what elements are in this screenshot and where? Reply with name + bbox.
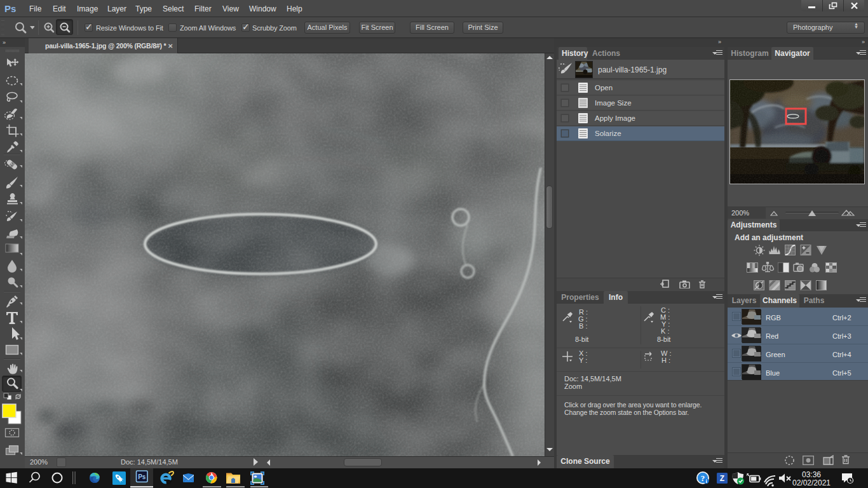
- svg-text:Ps: Ps: [138, 473, 146, 480]
- svg-text:02/02/2021: 02/02/2021: [792, 478, 831, 487]
- svg-text:Z: Z: [720, 474, 724, 483]
- svg-text:03:36: 03:36: [802, 470, 821, 479]
